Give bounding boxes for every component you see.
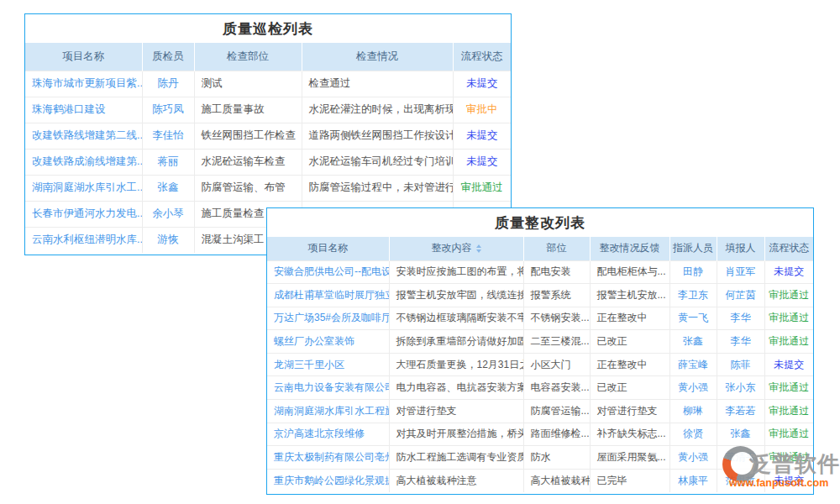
cell-project[interactable]: 珠海市城市更新项目紫...: [25, 71, 142, 97]
cell-project[interactable]: 长春市伊通河水力发电...: [25, 201, 142, 227]
cell-project[interactable]: 云南水利枢纽潜明水库...: [25, 227, 142, 253]
cell-assignee[interactable]: 林康平: [669, 469, 717, 492]
column-header-reporter: 填报人: [717, 237, 764, 260]
cell-reporter[interactable]: 李华: [717, 330, 764, 354]
cell-assignee[interactable]: 黄小强: [669, 376, 717, 400]
cell-part: 测试: [194, 71, 302, 97]
cell-project[interactable]: 云南电力设备安装有限公司20...: [267, 376, 389, 400]
table-row[interactable]: 螺丝厂办公室装饰拆除到承重墙部分请做好加固...二至三楼混...已改正张鑫李华审…: [267, 330, 813, 354]
table-row[interactable]: 成都杜甫草堂临时展厅独立展...报警主机安放牢固，线缆连接...报警系统报警主机…: [267, 284, 813, 307]
cell-assignee[interactable]: 张鑫: [669, 330, 717, 354]
cell-project[interactable]: 成都杜甫草堂临时展厅独立展...: [267, 284, 389, 307]
cell-assignee[interactable]: 黄一飞: [669, 307, 717, 330]
cell-feedback: 正在整改中: [590, 353, 669, 376]
cell-feedback: 补齐缺失标志...: [590, 423, 669, 446]
cell-project[interactable]: 安徽合肥供电公司--配电设备...: [267, 260, 389, 284]
cell-project[interactable]: 京沪高速北京段维修: [267, 423, 389, 446]
cell-content: 不锈钢边框玻璃隔断安装不牢...: [389, 307, 523, 330]
cell-status: 审批通过: [764, 376, 813, 400]
cell-inspector[interactable]: 余小琴: [142, 201, 194, 227]
cell-status: 审批中: [453, 97, 511, 123]
cell-content: 安装时应按施工图的布置，将...: [389, 260, 523, 284]
cell-part: 水泥砼运输车检查: [194, 149, 302, 175]
cell-assignee[interactable]: 李卫东: [669, 284, 717, 307]
cell-inspector[interactable]: 陈丹: [142, 71, 194, 97]
inspection-table-title: 质量巡检列表: [25, 14, 511, 43]
cell-inspector[interactable]: 蒋丽: [142, 149, 194, 175]
cell-part: 铁丝网围挡工作检查: [194, 123, 302, 149]
header-row: 项目名称质检员检查部位检查情况流程状态: [25, 43, 511, 71]
table-row[interactable]: 湖南洞庭湖水库引水工程施工1标对管进行垫支防腐管运输...对管进行垫支柳琳李若若…: [267, 400, 813, 423]
cell-assignee[interactable]: 薛宝峰: [669, 353, 717, 376]
cell-part: 路面维修检...: [523, 423, 590, 446]
cell-situation: 道路两侧铁丝网围挡工作按设计...: [302, 123, 453, 149]
cell-assignee[interactable]: 田静: [669, 260, 717, 284]
cell-inspector[interactable]: 张鑫: [142, 175, 194, 201]
cell-situation: 水泥砼运输车司机经过专门培训...: [302, 149, 453, 175]
cell-status: 未提交: [764, 260, 813, 284]
column-header-inspector: 质检员: [142, 43, 194, 71]
cell-feedback: 报警主机安放...: [590, 284, 669, 307]
cell-inspector[interactable]: 游恢: [142, 227, 194, 253]
cell-reporter[interactable]: 陈菲: [717, 353, 764, 376]
cell-inspector[interactable]: 李佳怡: [142, 123, 194, 149]
cell-status: 未提交: [764, 353, 813, 376]
cell-content: 拆除到承重墙部分请做好加固...: [389, 330, 523, 354]
table-row[interactable]: 改建铁路线增建第二线...李佳怡铁丝网围挡工作检查道路两侧铁丝网围挡工作按设计.…: [25, 123, 511, 149]
table-row[interactable]: 改建铁路成渝线增建第...蒋丽水泥砼运输车检查水泥砼运输车司机经过专门培训...…: [25, 149, 511, 175]
table-row[interactable]: 云南电力设备安装有限公司20...电力电容器、电抗器安装方案,...电容器安装.…: [267, 376, 813, 400]
cell-reporter[interactable]: 肖亚军: [717, 260, 764, 284]
column-header-label: 填报人: [726, 242, 756, 254]
table-row[interactable]: 京沪高速北京段维修对其及时开展整治措施，桥头...路面维修检...补齐缺失标志.…: [267, 423, 813, 446]
cell-reporter[interactable]: 李华: [717, 307, 764, 330]
table-row[interactable]: 珠海市城市更新项目紫...陈丹测试检查通过未提交: [25, 71, 511, 97]
cell-reporter[interactable]: 李若若: [717, 400, 764, 423]
cell-assignee[interactable]: 徐贤: [669, 423, 717, 446]
cell-content: 对管进行垫支: [389, 400, 523, 423]
cell-part: 防腐管运输、布管: [194, 175, 302, 201]
cell-project[interactable]: 改建铁路线增建第二线...: [25, 123, 142, 149]
cell-status: 未提交: [453, 71, 511, 97]
table-row[interactable]: 湖南洞庭湖水库引水工...张鑫防腐管运输、布管防腐管运输过程中，未对管进行...…: [25, 175, 511, 201]
cell-project[interactable]: 改建铁路成渝线增建第...: [25, 149, 142, 175]
cell-feedback: 已改正: [590, 330, 669, 354]
column-header-label: 检查部位: [227, 50, 269, 62]
column-header-content[interactable]: 整改内容: [389, 237, 523, 260]
cell-content: 电力电容器、电抗器安装方案,...: [389, 376, 523, 400]
brand-url: www.fanpusoft.com: [729, 477, 828, 489]
sort-icon[interactable]: [476, 244, 481, 253]
column-header-part: 部位: [523, 237, 590, 260]
column-header-label: 流程状态: [461, 50, 503, 62]
column-header-part: 检查部位: [194, 43, 302, 71]
header-row: 项目名称整改内容部位整改情况反馈指派人员填报人流程状态: [267, 237, 813, 260]
cell-reporter[interactable]: 何芷茵: [717, 284, 764, 307]
cell-project[interactable]: 湖南洞庭湖水库引水工...: [25, 175, 142, 201]
cell-status: 审批通过: [764, 423, 813, 446]
cell-project[interactable]: 螺丝厂办公室装饰: [267, 330, 389, 354]
table-row[interactable]: 万达广场35#会所及咖啡厅空...不锈钢边框玻璃隔断安装不牢...不锈钢安装..…: [267, 307, 813, 330]
cell-project[interactable]: 重庆市鹅岭公园绿化景观提升...: [267, 469, 389, 492]
cell-project[interactable]: 万达广场35#会所及咖啡厅空...: [267, 307, 389, 330]
inspection-table-header: 项目名称质检员检查部位检查情况流程状态: [25, 43, 511, 71]
cell-reporter[interactable]: 张小东: [717, 376, 764, 400]
column-header-label: 部位: [547, 242, 567, 254]
cell-assignee[interactable]: 柳琳: [669, 400, 717, 423]
column-header-assignee: 指派人员: [669, 237, 717, 260]
cell-situation: 检查通过: [302, 71, 453, 97]
table-row[interactable]: 珠海鹤港口建设陈巧凤施工质量事故水泥砼灌注的时候，出现离析现象审批中: [25, 97, 511, 123]
rectification-table-header: 项目名称整改内容部位整改情况反馈指派人员填报人流程状态: [267, 237, 813, 260]
cell-content: 高大植被栽种注意: [389, 469, 523, 492]
column-header-label: 项目名称: [307, 242, 348, 254]
cell-reporter[interactable]: 张鑫: [717, 423, 764, 446]
cell-project[interactable]: 重庆太极制药有限公司亳州中...: [267, 446, 389, 470]
column-header-label: 检查情况: [356, 50, 398, 62]
cell-assignee[interactable]: 黄小强: [669, 446, 717, 470]
cell-project[interactable]: 珠海鹤港口建设: [25, 97, 142, 123]
cell-content: 报警主机安放牢固，线缆连接...: [389, 284, 523, 307]
cell-inspector[interactable]: 陈巧凤: [142, 97, 194, 123]
table-row[interactable]: 龙湖三千里小区大理石质量更换，12月31日之...小区大门正在整改中薛宝峰陈菲未…: [267, 353, 813, 376]
cell-project[interactable]: 湖南洞庭湖水库引水工程施工1标: [267, 400, 389, 423]
column-header-status: 流程状态: [764, 237, 813, 260]
table-row[interactable]: 安徽合肥供电公司--配电设备...安装时应按施工图的布置，将...配电安装配电柜…: [267, 260, 813, 284]
cell-project[interactable]: 龙湖三千里小区: [267, 353, 389, 376]
